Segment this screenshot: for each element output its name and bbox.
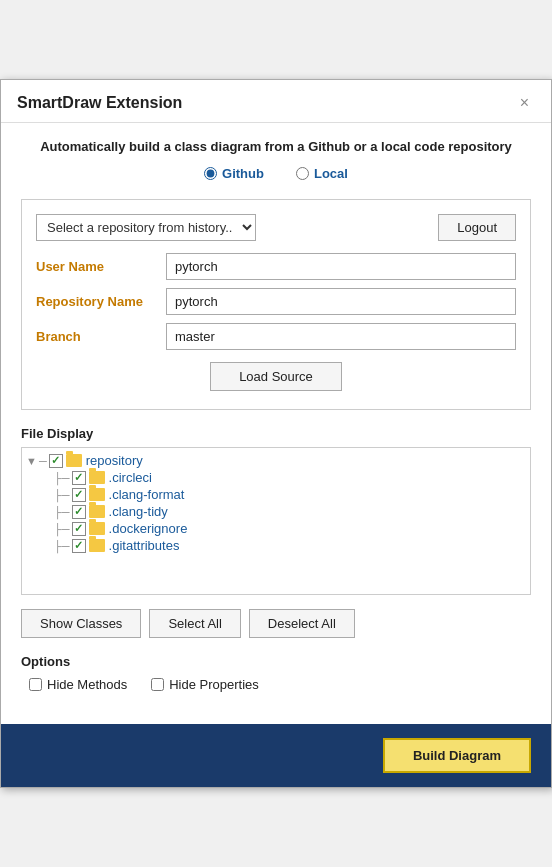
build-diagram-button[interactable]: Build Diagram	[383, 738, 531, 773]
hide-properties-checkbox[interactable]	[151, 678, 164, 691]
tree-line-icon: ├─	[54, 506, 70, 518]
tree-line-icon: ├─	[54, 472, 70, 484]
file-tree[interactable]: ▼ ─ ✓ repository ├─ ✓ .circleci	[21, 447, 531, 595]
hide-properties-text: Hide Properties	[169, 677, 259, 692]
tree-line-icon: ├─	[54, 540, 70, 552]
branch-input[interactable]	[166, 323, 516, 350]
file-display-title: File Display	[21, 426, 531, 441]
show-classes-button[interactable]: Show Classes	[21, 609, 141, 638]
github-radio[interactable]	[204, 167, 217, 180]
history-dropdown[interactable]: Select a repository from history...	[36, 214, 256, 241]
hide-methods-text: Hide Methods	[47, 677, 127, 692]
repo-name-row: Repository Name	[36, 288, 516, 315]
tree-item-name: repository	[86, 453, 143, 468]
tree-checkbox-clang-format[interactable]: ✓	[72, 488, 86, 502]
tree-item-name: .dockerignore	[109, 521, 188, 536]
branch-label: Branch	[36, 329, 166, 344]
tree-item-name: .circleci	[109, 470, 152, 485]
select-all-button[interactable]: Select All	[149, 609, 240, 638]
source-type-radio-group: Github Local	[21, 166, 531, 181]
list-item: ├─ ✓ .gitattributes	[22, 537, 530, 554]
tree-checkbox-circleci[interactable]: ✓	[72, 471, 86, 485]
repository-section: Select a repository from history... Logo…	[21, 199, 531, 410]
options-section: Options Hide Methods Hide Properties	[21, 654, 531, 692]
hide-methods-checkbox[interactable]	[29, 678, 42, 691]
close-button[interactable]: ×	[514, 92, 535, 114]
tree-line-icon: ├─	[54, 489, 70, 501]
dialog-header: SmartDraw Extension ×	[1, 80, 551, 123]
folder-icon	[89, 522, 105, 535]
folder-icon	[89, 539, 105, 552]
options-row: Hide Methods Hide Properties	[21, 677, 531, 692]
load-source-row: Load Source	[36, 362, 516, 391]
repo-top-row: Select a repository from history... Logo…	[36, 214, 516, 241]
tree-checkbox-dockerignore[interactable]: ✓	[72, 522, 86, 536]
list-item: ├─ ✓ .dockerignore	[22, 520, 530, 537]
load-source-button[interactable]: Load Source	[210, 362, 342, 391]
github-radio-text: Github	[222, 166, 264, 181]
list-item: ├─ ✓ .circleci	[22, 469, 530, 486]
local-radio-label[interactable]: Local	[296, 166, 348, 181]
username-label: User Name	[36, 259, 166, 274]
options-title: Options	[21, 654, 531, 669]
folder-icon	[89, 471, 105, 484]
main-dialog: SmartDraw Extension × Automatically buil…	[0, 79, 552, 788]
username-input[interactable]	[166, 253, 516, 280]
action-buttons-row: Show Classes Select All Deselect All	[21, 609, 531, 638]
list-item: ▼ ─ ✓ repository	[22, 452, 530, 469]
dialog-title: SmartDraw Extension	[17, 94, 182, 112]
tree-line-icon: ├─	[54, 523, 70, 535]
branch-row: Branch	[36, 323, 516, 350]
tree-item-name: .gitattributes	[109, 538, 180, 553]
tree-checkbox-clang-tidy[interactable]: ✓	[72, 505, 86, 519]
file-display-section: File Display ▼ ─ ✓ repository ├─	[21, 426, 531, 595]
repo-name-input[interactable]	[166, 288, 516, 315]
hide-properties-label[interactable]: Hide Properties	[151, 677, 259, 692]
folder-icon	[66, 454, 82, 467]
folder-icon	[89, 505, 105, 518]
deselect-all-button[interactable]: Deselect All	[249, 609, 355, 638]
username-row: User Name	[36, 253, 516, 280]
description-text: Automatically build a class diagram from…	[21, 139, 531, 154]
local-radio[interactable]	[296, 167, 309, 180]
hide-methods-label[interactable]: Hide Methods	[29, 677, 127, 692]
tree-expand-icon: ▼	[26, 455, 37, 467]
github-radio-label[interactable]: Github	[204, 166, 264, 181]
list-item: ├─ ✓ .clang-format	[22, 486, 530, 503]
tree-line-icon: ─	[39, 455, 47, 467]
dialog-body: Automatically build a class diagram from…	[1, 123, 551, 724]
repo-name-label: Repository Name	[36, 294, 166, 309]
dialog-footer: Build Diagram	[1, 724, 551, 787]
logout-button[interactable]: Logout	[438, 214, 516, 241]
tree-item-name: .clang-tidy	[109, 504, 168, 519]
tree-item-name: .clang-format	[109, 487, 185, 502]
list-item: ├─ ✓ .clang-tidy	[22, 503, 530, 520]
tree-checkbox-gitattributes[interactable]: ✓	[72, 539, 86, 553]
tree-checkbox-repository[interactable]: ✓	[49, 454, 63, 468]
folder-icon	[89, 488, 105, 501]
local-radio-text: Local	[314, 166, 348, 181]
